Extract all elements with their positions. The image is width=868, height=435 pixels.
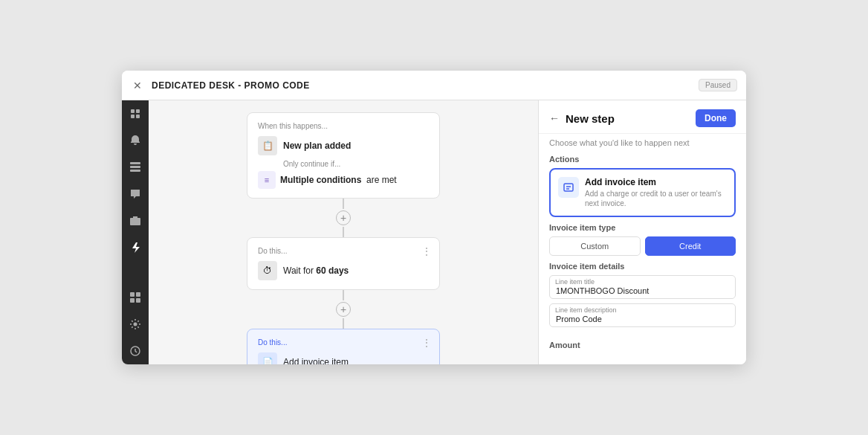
status-badge: Paused xyxy=(699,79,737,91)
condition-label: Only continue if... xyxy=(283,160,340,168)
svg-rect-4 xyxy=(130,162,140,164)
type-custom-button[interactable]: Custom xyxy=(549,236,641,256)
invoice-type-row: Custom Credit xyxy=(549,236,736,256)
step1-menu-button[interactable]: ⋮ xyxy=(421,245,432,257)
action-card-desc: Add a charge or credit to a user or team… xyxy=(585,189,727,208)
invoice-card: Do this... ⋮ 📄 Add invoice item xyxy=(247,329,440,364)
step1-text: Wait for 60 days xyxy=(283,265,349,276)
step2-icon: 📄 xyxy=(258,352,277,364)
wait-card: Do this... ⋮ ⏱ Wait for 60 days xyxy=(247,237,440,290)
svg-rect-2 xyxy=(131,115,135,118)
sidebar-icon-logo[interactable] xyxy=(128,106,143,121)
panel-back-button[interactable]: ← xyxy=(549,112,560,124)
trigger-text: New plan added xyxy=(283,141,351,151)
line-item-title-wrap: Line item title xyxy=(549,275,736,299)
svg-rect-7 xyxy=(130,218,140,225)
connector-2 xyxy=(343,227,344,237)
panel-subtitle: Choose what you'd like to happen next xyxy=(539,134,746,147)
svg-rect-0 xyxy=(131,109,135,113)
sidebar-icon-clock[interactable] xyxy=(128,344,143,358)
trigger-row: 📋 New plan added xyxy=(258,136,429,155)
svg-rect-9 xyxy=(136,292,140,297)
invoice-type-section: Invoice item type Custom Credit xyxy=(539,223,746,262)
line-item-desc-label: Line item description xyxy=(555,306,617,314)
svg-rect-6 xyxy=(130,170,140,172)
step1-icon: ⏱ xyxy=(258,261,277,280)
sidebar-icon-table[interactable] xyxy=(128,160,143,175)
svg-rect-8 xyxy=(130,292,135,297)
action-card-title: Add invoice item xyxy=(585,177,727,187)
add-step-2[interactable]: + xyxy=(336,302,351,317)
step2-label: Do this... xyxy=(258,338,429,347)
connector-1 xyxy=(343,199,344,209)
invoice-type-label: Invoice item type xyxy=(549,223,736,232)
connector-3 xyxy=(343,290,344,300)
line-item-title-label: Line item title xyxy=(555,278,595,286)
actions-section-label: Actions xyxy=(539,147,746,168)
workflow-flow: When this happens... 📋 New plan added On… xyxy=(161,112,526,364)
step1-row: ⏱ Wait for 60 days xyxy=(258,261,429,280)
trigger-icon: 📋 xyxy=(258,136,277,155)
svg-rect-14 xyxy=(564,184,573,191)
action-card[interactable]: Add invoice item Add a charge or credit … xyxy=(549,168,736,217)
line-item-desc-wrap: Line item description xyxy=(549,303,736,327)
invoice-details-section: Invoice item details Line item title Lin… xyxy=(539,262,746,338)
svg-point-12 xyxy=(134,323,137,326)
action-card-icon xyxy=(558,177,579,198)
amount-label: Amount xyxy=(539,338,746,349)
type-credit-button[interactable]: Credit xyxy=(645,236,736,256)
conditions-detail-row: ≡ Multiple conditions are met xyxy=(258,171,429,189)
panel-header: ← New step Done xyxy=(539,100,746,134)
trigger-card: When this happens... 📋 New plan added On… xyxy=(247,112,440,199)
window-title: DEDICATED DESK - PROMO CODE xyxy=(152,80,691,91)
svg-rect-10 xyxy=(130,298,135,303)
workflow-canvas: When this happens... 📋 New plan added On… xyxy=(149,100,538,364)
panel-done-button[interactable]: Done xyxy=(696,109,736,127)
sidebar-icon-chat[interactable] xyxy=(128,187,143,202)
close-button[interactable]: ✕ xyxy=(131,79,144,92)
svg-rect-5 xyxy=(130,166,140,168)
sidebar-icon-inbox[interactable] xyxy=(128,213,143,228)
connector-4 xyxy=(343,318,344,329)
trigger-label: When this happens... xyxy=(258,122,429,130)
action-card-content: Add invoice item Add a charge or credit … xyxy=(585,177,727,208)
right-panel: ← New step Done Choose what you'd like t… xyxy=(538,100,746,364)
left-sidebar xyxy=(122,100,149,364)
panel-title: New step xyxy=(566,112,690,125)
sidebar-icon-gear[interactable] xyxy=(128,317,143,332)
conditions-row: Only continue if... xyxy=(258,160,429,168)
add-step-1[interactable]: + xyxy=(336,210,351,225)
svg-rect-11 xyxy=(136,298,140,303)
step2-menu-button[interactable]: ⋮ xyxy=(421,337,432,349)
sidebar-icon-lightning[interactable] xyxy=(128,240,143,255)
step2-row: 📄 Add invoice item xyxy=(258,352,429,364)
top-bar: ✕ DEDICATED DESK - PROMO CODE Paused xyxy=(122,71,746,100)
sidebar-icon-bell[interactable] xyxy=(128,133,143,148)
svg-rect-1 xyxy=(136,109,140,113)
main-layout: When this happens... 📋 New plan added On… xyxy=(122,100,746,364)
sidebar-icon-grid[interactable] xyxy=(128,290,143,305)
invoice-details-label: Invoice item details xyxy=(549,262,736,271)
step1-label: Do this... xyxy=(258,247,429,255)
conditions-icon: ≡ xyxy=(258,171,276,189)
conditions-text: Multiple conditions are met xyxy=(280,175,397,185)
svg-rect-3 xyxy=(136,115,140,118)
step2-text: Add invoice item xyxy=(283,357,349,364)
